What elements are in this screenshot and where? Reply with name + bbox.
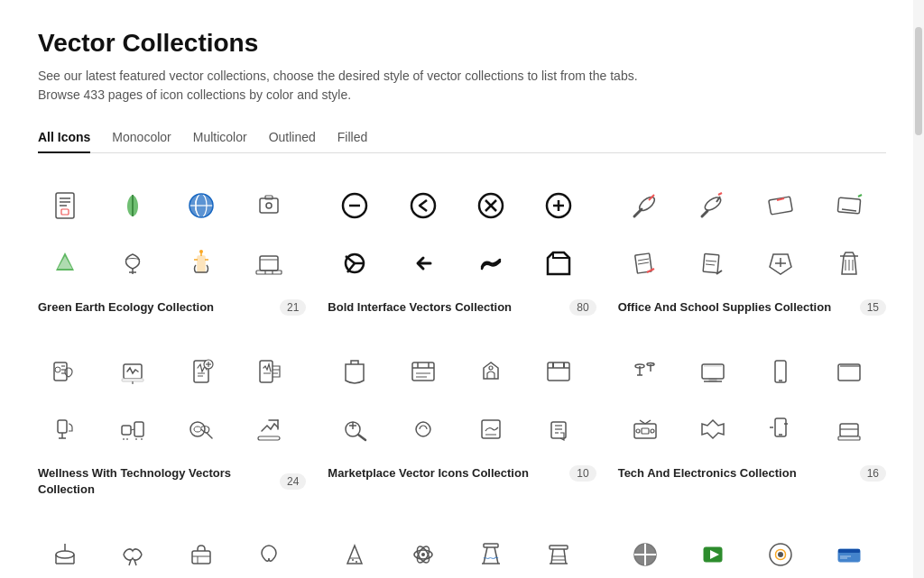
svg-line-44 xyxy=(858,195,862,197)
svg-line-160 xyxy=(494,547,498,564)
tab-outlined[interactable]: Outlined xyxy=(269,123,316,153)
svg-rect-79 xyxy=(134,422,143,436)
icon-cell xyxy=(686,528,740,578)
icon-cell xyxy=(464,528,518,578)
svg-line-94 xyxy=(358,435,365,440)
icon-cell xyxy=(242,236,296,290)
icon-cell xyxy=(38,236,92,290)
collection-green-earth[interactable]: Green Earth Ecology Collection 21 xyxy=(38,179,306,316)
icons-preview-wellness-tech xyxy=(38,344,306,456)
icon-cell xyxy=(464,179,518,233)
collection-count-wellness-tech: 24 xyxy=(280,473,306,490)
icon-cell xyxy=(618,402,672,456)
svg-line-49 xyxy=(706,261,716,261)
collection-summer[interactable]: Summer Collection xyxy=(38,528,306,578)
icons-preview-office-school xyxy=(618,179,886,290)
collection-marketplace[interactable]: Marketplace Vector Icons Collection 10 xyxy=(328,344,596,498)
tab-all-icons[interactable]: All Icons xyxy=(38,123,90,153)
svg-point-58 xyxy=(55,367,60,372)
collection-bold-interface[interactable]: Bold Interface Vectors Collection 80 xyxy=(328,179,596,316)
icon-cell xyxy=(396,344,450,399)
svg-point-11 xyxy=(266,203,272,208)
svg-line-47 xyxy=(638,262,649,264)
icon-cell xyxy=(822,402,876,456)
collection-tech-electronics[interactable]: Tech And Electronics Collection 16 xyxy=(618,344,886,498)
svg-rect-75 xyxy=(58,420,67,433)
icon-cell xyxy=(618,179,672,233)
svg-point-90 xyxy=(489,366,493,370)
icon-cell xyxy=(106,236,160,290)
svg-rect-17 xyxy=(260,256,278,271)
icon-cell xyxy=(822,344,876,399)
icon-cell xyxy=(106,528,160,578)
svg-point-81 xyxy=(190,422,205,436)
svg-line-43 xyxy=(842,209,856,211)
icon-cell xyxy=(686,344,740,399)
svg-rect-10 xyxy=(260,198,278,213)
tab-filled[interactable]: Filled xyxy=(337,123,367,153)
svg-rect-113 xyxy=(634,424,656,438)
icons-preview-tech-electronics xyxy=(618,344,886,456)
icon-cell xyxy=(618,236,672,290)
icon-cell xyxy=(396,528,450,578)
svg-rect-109 xyxy=(775,361,786,382)
icon-cell xyxy=(464,236,518,290)
icon-cell xyxy=(328,528,382,578)
icon-cell xyxy=(106,402,160,456)
svg-point-157 xyxy=(421,553,425,556)
svg-rect-83 xyxy=(412,362,434,381)
svg-marker-89 xyxy=(484,362,498,379)
collection-name-bold-interface: Bold Interface Vectors Collection xyxy=(328,299,562,316)
svg-marker-14 xyxy=(58,256,72,269)
icon-cell xyxy=(38,528,92,578)
page-title: Vector Collections xyxy=(38,29,886,58)
icon-cell xyxy=(174,402,228,456)
collection-media[interactable]: Media And Technology Collection xyxy=(618,528,886,578)
collection-wellness-tech[interactable]: Wellness With Technology Vectors Collect… xyxy=(38,344,306,498)
icon-cell xyxy=(822,528,876,578)
icon-cell xyxy=(328,236,382,290)
tab-monocolor[interactable]: Monocolor xyxy=(112,123,171,153)
collection-count-green-earth: 21 xyxy=(280,299,306,316)
icon-cell xyxy=(531,402,586,456)
collections-grid: Green Earth Ecology Collection 21 xyxy=(38,179,886,578)
icon-cell xyxy=(531,528,586,578)
icon-cell xyxy=(464,344,518,399)
collection-science[interactable]: Science And Laboratory Collection xyxy=(328,528,596,578)
icon-cell xyxy=(753,528,808,578)
collection-count-marketplace: 10 xyxy=(569,465,596,482)
svg-line-132 xyxy=(134,560,136,565)
svg-rect-63 xyxy=(122,379,143,381)
svg-point-127 xyxy=(56,551,74,558)
svg-point-187 xyxy=(778,552,783,557)
icon-cell xyxy=(242,344,296,399)
svg-rect-82 xyxy=(258,436,280,440)
collection-name-tech-electronics: Tech And Electronics Collection xyxy=(618,465,853,482)
svg-line-46 xyxy=(638,259,649,261)
svg-rect-62 xyxy=(124,364,142,379)
icon-cell xyxy=(753,236,808,290)
icons-preview-marketplace xyxy=(328,344,596,456)
icon-cell xyxy=(822,179,876,233)
icon-cell xyxy=(242,179,296,233)
svg-line-39 xyxy=(718,193,722,195)
svg-rect-189 xyxy=(838,549,860,553)
icon-cell xyxy=(174,236,228,290)
icon-cell xyxy=(242,402,296,456)
svg-line-131 xyxy=(129,560,131,565)
icon-cell xyxy=(328,402,382,456)
icon-cell xyxy=(174,528,228,578)
icon-cell xyxy=(618,528,672,578)
tab-multicolor[interactable]: Multicolor xyxy=(193,123,247,153)
svg-line-50 xyxy=(706,264,715,265)
svg-rect-4 xyxy=(61,209,69,215)
collection-count-tech-electronics: 16 xyxy=(860,465,886,482)
icon-cell xyxy=(38,344,92,399)
svg-point-22 xyxy=(411,194,435,217)
svg-rect-78 xyxy=(122,426,131,435)
icon-cell xyxy=(618,344,672,399)
icon-cell xyxy=(531,236,586,290)
collection-office-school[interactable]: Office And School Supplies Collection 15 xyxy=(618,179,886,316)
icon-cell xyxy=(531,344,586,399)
collection-name-marketplace: Marketplace Vector Icons Collection xyxy=(328,465,562,482)
